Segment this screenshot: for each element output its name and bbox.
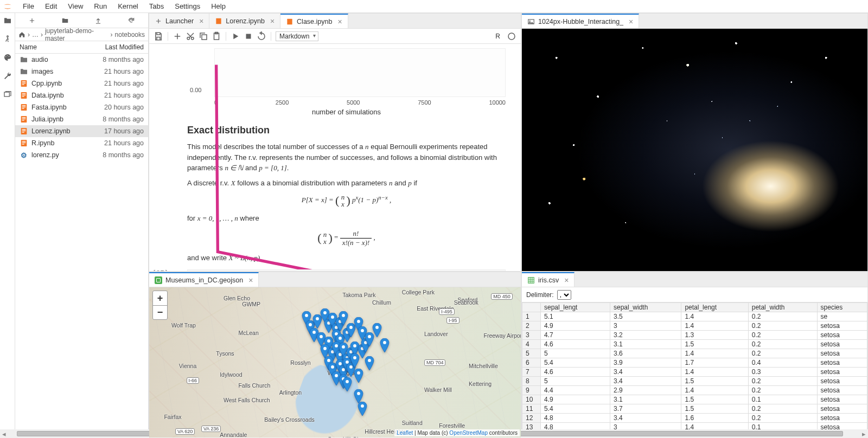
copy-button[interactable] — [199, 31, 208, 41]
breadcrumb[interactable]: ›…› jupyterlab-demo-master› notebooks — [15, 28, 148, 41]
delimiter-row: Delimiter: , — [522, 287, 867, 302]
restart-button[interactable] — [257, 31, 266, 41]
tab-clase-ipynb[interactable]: Clase.ipynb× — [280, 14, 348, 28]
file-row[interactable]: Lorenz.ipynb17 hours ago — [15, 125, 148, 137]
image-viewport[interactable] — [522, 29, 867, 271]
svg-rect-20 — [22, 120, 24, 120]
map-viewport[interactable]: Wolf TrapMcLeanTysonsViennaIdylwoodFalls… — [149, 287, 521, 437]
col-header[interactable]: petal_width — [748, 303, 817, 312]
col-header[interactable]: petal_lengt — [681, 303, 748, 312]
table-row[interactable]: 124.83.41.60.2setosa — [522, 414, 867, 423]
close-icon[interactable]: × — [337, 18, 342, 25]
folder-icon[interactable] — [3, 16, 12, 25]
menu-help[interactable]: Help — [206, 1, 231, 11]
new-launcher-button[interactable] — [28, 17, 36, 24]
tab-launcher[interactable]: Launcher× — [149, 14, 209, 28]
upload-button[interactable] — [94, 17, 102, 24]
menu-tabs[interactable]: Tabs — [144, 1, 169, 11]
table-row[interactable]: 44.63.11.50.2setosa — [522, 340, 867, 349]
table-row[interactable]: 65.43.91.70.4setosa — [522, 358, 867, 368]
menu-kernel[interactable]: Kernel — [112, 1, 144, 11]
save-button[interactable] — [154, 31, 163, 41]
map-pin[interactable] — [365, 356, 374, 370]
spreadsheet-icon — [527, 276, 535, 284]
tab-geojson[interactable]: Museums_in_DC.geojson × — [149, 272, 259, 287]
close-icon[interactable]: × — [564, 276, 569, 284]
table-row[interactable]: 15.13.51.40.2se — [522, 312, 867, 321]
table-row[interactable]: 104.93.11.50.1setosa — [522, 395, 867, 404]
table-row[interactable]: 553.61.40.2setosa — [522, 349, 867, 358]
wrench-icon[interactable] — [3, 72, 12, 80]
map-pin[interactable] — [350, 353, 360, 368]
crumb-segment[interactable]: jupyterlab-demo-master — [45, 27, 108, 42]
csv-scroll[interactable]: sepal_lengtsepal_widthpetal_lengtpetal_w… — [522, 302, 867, 437]
col-header[interactable]: sepal_width — [610, 303, 681, 312]
tab-lorenz-ipynb[interactable]: Lorenz.ipynb× — [209, 14, 280, 28]
refresh-button[interactable] — [127, 17, 135, 24]
new-folder-button[interactable] — [61, 17, 69, 24]
py-icon: ⚙ — [20, 151, 28, 159]
menu-run[interactable]: Run — [88, 1, 112, 11]
close-icon[interactable]: × — [270, 17, 275, 25]
file-row[interactable]: images21 hours ago — [15, 66, 148, 78]
svg-point-83 — [357, 392, 360, 395]
file-row[interactable]: audio8 months ago — [15, 54, 148, 66]
table-row[interactable]: 34.73.21.30.2setosa — [522, 331, 867, 340]
table-row[interactable]: 853.41.50.2setosa — [522, 377, 867, 386]
close-icon[interactable]: × — [248, 276, 253, 284]
cut-button[interactable] — [186, 31, 195, 41]
menu-edit[interactable]: Edit — [40, 1, 62, 11]
table-row[interactable]: 24.931.40.2setosa — [522, 321, 867, 331]
celltype-select[interactable]: Markdown — [276, 31, 318, 41]
notebook-tabbar: Launcher×Lorenz.ipynb×Clase.ipynb× — [149, 14, 521, 29]
tab-csv[interactable]: iris.csv × — [522, 272, 575, 287]
table-row[interactable]: 115.43.71.50.2setosa — [522, 404, 867, 414]
code-cell[interactable]: [27]: x1 <- 0:n_children df6 <- data.fra… — [149, 269, 506, 271]
file-row[interactable]: R.ipynb21 hours ago — [15, 137, 148, 149]
zoom-out-button[interactable]: − — [153, 305, 167, 319]
map-pin[interactable] — [342, 377, 352, 391]
map-pin[interactable] — [380, 338, 390, 352]
map-pin[interactable] — [372, 323, 382, 337]
file-row[interactable]: Cpp.ipynb21 hours ago — [15, 78, 148, 89]
menu-file[interactable]: File — [17, 1, 40, 11]
run-button[interactable] — [231, 31, 240, 41]
stop-button[interactable] — [244, 31, 253, 41]
file-row[interactable]: Julia.ipynb8 months ago — [15, 113, 148, 125]
home-icon[interactable] — [18, 31, 25, 38]
table-row[interactable]: 94.42.91.40.2setosa — [522, 386, 867, 395]
map-pin[interactable] — [358, 402, 367, 416]
zoom-in-button[interactable]: + — [153, 291, 167, 305]
delimiter-label: Delimiter: — [526, 291, 554, 299]
delimiter-select[interactable]: , — [557, 290, 571, 300]
paste-button[interactable] — [212, 31, 221, 41]
svg-point-3 — [9, 56, 9, 56]
menu-settings[interactable]: Settings — [169, 1, 206, 11]
leaflet-link[interactable]: Leaflet — [397, 430, 413, 436]
crumb-segment[interactable]: notebooks — [115, 31, 145, 38]
code-content[interactable]: x1 <- 0:n_children df6 <- data.frame(x =… — [187, 269, 506, 271]
close-icon[interactable]: × — [199, 17, 203, 25]
svg-rect-85 — [528, 277, 534, 283]
tab-image[interactable]: 1024px-Hubble_Interacting_ × — [522, 14, 639, 28]
menu-view[interactable]: View — [62, 1, 88, 11]
folder-icon — [20, 55, 28, 64]
osm-link[interactable]: OpenStreetMap — [449, 430, 488, 436]
col-header[interactable]: sepal_lengt — [541, 303, 610, 312]
kernel-name[interactable]: R — [495, 33, 500, 40]
notebook-scroll[interactable]: 0.00 025005000750010000 number of simula… — [149, 44, 521, 271]
nb-icon — [286, 18, 293, 25]
file-row[interactable]: Data.ipynb21 hours ago — [15, 89, 148, 101]
table-row[interactable]: 74.63.41.40.3setosa — [522, 368, 867, 377]
file-row[interactable]: ⚙lorenz.py8 months ago — [15, 149, 148, 161]
col-header[interactable]: species — [817, 303, 867, 312]
palette-icon[interactable] — [3, 53, 12, 62]
map-pin[interactable] — [354, 369, 363, 383]
close-icon[interactable]: × — [629, 18, 633, 25]
running-icon[interactable] — [3, 35, 12, 43]
file-list-header[interactable]: Name Last Modified — [15, 41, 148, 54]
menubar: FileEditViewRunKernelTabsSettingsHelp — [0, 0, 868, 13]
tabs-icon[interactable] — [3, 90, 12, 99]
add-cell-button[interactable] — [173, 31, 182, 41]
file-row[interactable]: Fasta.ipynb20 hours ago — [15, 101, 148, 113]
